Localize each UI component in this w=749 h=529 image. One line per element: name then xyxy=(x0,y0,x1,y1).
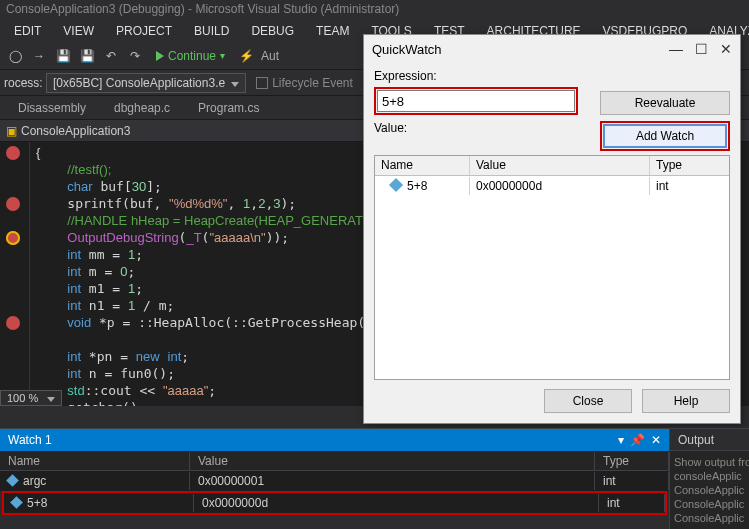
lifecycle-events[interactable]: Lifecycle Event xyxy=(256,76,353,90)
process-value: [0x65BC] ConsoleApplication3.e xyxy=(53,76,225,90)
process-label: rocess: xyxy=(4,76,43,90)
wr-value: 0x0000000d xyxy=(194,494,599,512)
close-button[interactable]: Close xyxy=(544,389,632,413)
wr-value: 0x00000001 xyxy=(190,472,595,490)
nav-back-icon[interactable]: ◯ xyxy=(6,47,24,65)
output-line: ConsoleApplic xyxy=(674,511,745,525)
col-type[interactable]: Type xyxy=(650,156,729,175)
build-icon[interactable]: ⚡ xyxy=(237,47,255,65)
output-line: ConsoleApplic xyxy=(674,497,745,511)
continue-label: Continue xyxy=(168,49,216,63)
breakpoint-icon[interactable] xyxy=(6,316,20,330)
tab-dbgheap[interactable]: dbgheap.c xyxy=(100,97,184,119)
maximize-icon[interactable]: ☐ xyxy=(695,41,708,57)
row-value: 0x0000000d xyxy=(470,177,650,195)
watch-title-bar[interactable]: Watch 1 ▾ 📌 ✕ xyxy=(0,429,669,451)
quickwatch-dialog: QuickWatch — ☐ ✕ Expression: Value: Name… xyxy=(363,34,741,424)
expression-input[interactable] xyxy=(377,90,575,112)
output-title[interactable]: Output xyxy=(670,429,749,451)
menu-team[interactable]: TEAM xyxy=(306,22,359,40)
close-panel-icon[interactable]: ✕ xyxy=(651,433,661,447)
close-icon[interactable]: ✕ xyxy=(720,41,732,57)
value-icon xyxy=(389,178,403,192)
pin-icon[interactable]: 📌 xyxy=(630,433,645,447)
current-breakpoint-icon[interactable] xyxy=(6,231,20,245)
grid-row[interactable]: 5+8 0x0000000d int xyxy=(375,176,729,196)
process-combo[interactable]: [0x65BC] ConsoleApplication3.e xyxy=(46,73,246,93)
lifecycle-icon xyxy=(256,77,268,89)
project-icon: ▣ xyxy=(6,124,17,138)
value-label: Value: xyxy=(374,121,407,135)
title-bar: ConsoleApplication3 (Debugging) - Micros… xyxy=(0,0,749,20)
wr-type: int xyxy=(599,494,665,512)
menu-debug[interactable]: DEBUG xyxy=(241,22,304,40)
breadcrumb-text: ConsoleApplication3 xyxy=(21,124,130,138)
value-icon xyxy=(6,474,19,487)
watch-col-name[interactable]: Name xyxy=(0,452,190,470)
bottom-panels: Watch 1 ▾ 📌 ✕ Name Value Type argc 0x000… xyxy=(0,428,749,529)
watch-col-type[interactable]: Type xyxy=(595,452,669,470)
grid-header: Name Value Type xyxy=(375,156,729,176)
row-name: 5+8 xyxy=(407,179,427,193)
window-title: ConsoleApplication3 (Debugging) - Micros… xyxy=(6,2,399,16)
col-name[interactable]: Name xyxy=(375,156,470,175)
zoom-combo[interactable]: 100 % xyxy=(0,390,62,406)
dropdown-icon[interactable]: ▾ xyxy=(618,433,624,447)
redo-icon[interactable]: ↷ xyxy=(126,47,144,65)
row-type: int xyxy=(650,177,729,195)
breakpoint-icon[interactable] xyxy=(6,197,20,211)
lifecycle-label: Lifecycle Event xyxy=(272,76,353,90)
add-watch-highlight: Add Watch xyxy=(600,121,730,151)
output-body: Show output fro consoleApplic ConsoleApp… xyxy=(670,451,749,529)
wr-type: int xyxy=(595,472,669,490)
editor-gutter xyxy=(0,142,30,406)
menu-project[interactable]: PROJECT xyxy=(106,22,182,40)
tab-disassembly[interactable]: Disassembly xyxy=(4,97,100,119)
output-line: consoleApplic xyxy=(674,469,745,483)
tab-program[interactable]: Program.cs xyxy=(184,97,273,119)
output-panel: Output Show output fro consoleApplic Con… xyxy=(669,428,749,529)
reevaluate-button[interactable]: Reevaluate xyxy=(600,91,730,115)
watch-panel: Watch 1 ▾ 📌 ✕ Name Value Type argc 0x000… xyxy=(0,428,669,529)
output-line: ConsoleApplic xyxy=(674,483,745,497)
expression-highlight xyxy=(374,87,578,115)
col-value[interactable]: Value xyxy=(470,156,650,175)
show-output-from: Show output fro xyxy=(674,455,745,469)
play-icon xyxy=(156,51,164,61)
zoom-value: 100 % xyxy=(7,392,38,404)
continue-button[interactable]: Continue ▾ xyxy=(150,47,231,65)
wr-name: 5+8 xyxy=(27,496,47,510)
watch-header: Name Value Type xyxy=(0,451,669,471)
value-icon xyxy=(10,496,23,509)
expression-label: Expression: xyxy=(374,69,437,83)
help-button[interactable]: Help xyxy=(642,389,730,413)
watch-row-highlight: 5+8 0x0000000d int xyxy=(2,491,667,515)
minimize-icon[interactable]: — xyxy=(669,41,683,57)
dialog-title: QuickWatch xyxy=(372,42,442,57)
dialog-title-bar[interactable]: QuickWatch — ☐ ✕ xyxy=(364,35,740,63)
breakpoint-icon[interactable] xyxy=(6,146,20,160)
add-watch-button[interactable]: Add Watch xyxy=(603,124,727,148)
undo-icon[interactable]: ↶ xyxy=(102,47,120,65)
watch-title: Watch 1 xyxy=(8,433,52,447)
result-grid: Name Value Type 5+8 0x0000000d int xyxy=(374,155,730,380)
save-all-icon[interactable]: 💾 xyxy=(78,47,96,65)
menu-build[interactable]: BUILD xyxy=(184,22,239,40)
watch-row-argc[interactable]: argc 0x00000001 int xyxy=(0,471,669,491)
save-icon[interactable]: 💾 xyxy=(54,47,72,65)
wr-name: argc xyxy=(23,474,46,488)
aut-label: Aut xyxy=(261,49,279,63)
menu-view[interactable]: VIEW xyxy=(53,22,104,40)
menu-edit[interactable]: EDIT xyxy=(4,22,51,40)
nav-fwd-icon[interactable]: → xyxy=(30,47,48,65)
watch-col-value[interactable]: Value xyxy=(190,452,595,470)
watch-row-5plus8[interactable]: 5+8 0x0000000d int xyxy=(4,493,665,513)
